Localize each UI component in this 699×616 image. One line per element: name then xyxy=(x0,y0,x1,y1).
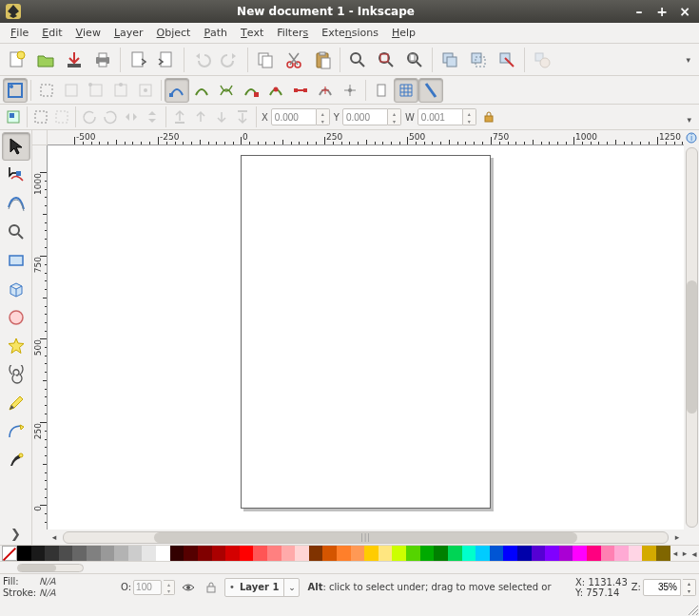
color-swatch[interactable] xyxy=(142,546,156,561)
open-document-button[interactable] xyxy=(31,46,60,74)
window-close-button[interactable]: × xyxy=(678,5,691,18)
rotate-cw-button[interactable] xyxy=(100,106,121,127)
toolbox-more-button[interactable]: ❯ xyxy=(7,523,25,545)
paste-button[interactable] xyxy=(308,46,337,74)
layer-visibility-toggle[interactable] xyxy=(179,578,198,597)
node-tool[interactable] xyxy=(2,161,30,189)
color-swatch[interactable] xyxy=(573,546,587,561)
drawing-canvas[interactable] xyxy=(48,145,684,529)
color-swatch[interactable] xyxy=(656,546,670,561)
color-swatch[interactable] xyxy=(503,546,517,561)
snap-enable-button[interactable] xyxy=(3,78,28,103)
snap-bbox-center-button[interactable] xyxy=(133,78,158,103)
tool-controls-overflow[interactable]: ▾ xyxy=(681,109,697,130)
zoom-drawing-button[interactable] xyxy=(372,46,400,74)
color-swatch[interactable] xyxy=(253,546,267,561)
copy-button[interactable] xyxy=(251,46,280,74)
lower-button[interactable] xyxy=(211,106,232,127)
rectangle-tool[interactable] xyxy=(2,246,30,275)
color-swatch[interactable] xyxy=(267,546,282,561)
vertical-ruler[interactable]: 10007505002500 xyxy=(32,145,48,529)
deselect-button[interactable] xyxy=(51,106,72,127)
palette-scroll-left[interactable]: ◂ xyxy=(670,549,680,558)
save-document-button[interactable] xyxy=(60,46,88,74)
color-swatch[interactable] xyxy=(406,546,420,561)
palette-menu-button[interactable]: ◂ xyxy=(689,549,699,559)
clone-button[interactable] xyxy=(464,46,493,74)
color-swatch[interactable] xyxy=(476,546,490,561)
color-swatch[interactable] xyxy=(434,546,448,561)
color-swatch[interactable] xyxy=(642,546,656,561)
color-swatch[interactable] xyxy=(184,546,198,561)
select-all-layers-button[interactable] xyxy=(3,106,24,127)
stroke-value[interactable]: N/A xyxy=(39,587,56,599)
snap-bbox-midpoint-button[interactable] xyxy=(108,78,133,103)
snap-line-midpoint-button[interactable] xyxy=(288,78,313,103)
lock-width-height-button[interactable] xyxy=(478,106,499,127)
redo-button[interactable] xyxy=(216,46,244,74)
scroll-left-button[interactable]: ◂ xyxy=(48,530,61,544)
color-swatch[interactable] xyxy=(17,546,31,561)
horizontal-ruler[interactable]: -500-250025050075010001250 xyxy=(48,130,684,145)
color-swatch[interactable] xyxy=(101,546,115,561)
commands-toolbar-overflow[interactable]: ▾ xyxy=(680,49,696,70)
unlink-clone-button[interactable] xyxy=(493,46,521,74)
opacity-control[interactable]: O: ▴▾ xyxy=(121,580,175,595)
color-swatch[interactable] xyxy=(198,546,212,561)
zoom-page-button[interactable] xyxy=(400,46,429,74)
group-button[interactable] xyxy=(528,46,556,74)
color-swatch[interactable] xyxy=(322,546,337,561)
layer-dropdown-arrow[interactable]: ⌄ xyxy=(283,579,299,596)
color-swatch[interactable] xyxy=(629,546,643,561)
palette-scrollbar[interactable] xyxy=(17,564,84,572)
bezier-tool[interactable] xyxy=(2,417,30,446)
color-swatch[interactable] xyxy=(587,546,601,561)
color-swatch[interactable] xyxy=(517,546,532,561)
flip-horizontal-button[interactable] xyxy=(121,106,142,127)
menu-edit[interactable]: Edit xyxy=(35,25,68,41)
vertical-scrollbar[interactable] xyxy=(686,147,698,528)
color-swatch[interactable] xyxy=(490,546,504,561)
ellipse-tool[interactable] xyxy=(2,303,30,332)
menu-view[interactable]: View xyxy=(69,25,107,41)
pencil-tool[interactable] xyxy=(2,389,30,417)
rotate-ccw-button[interactable] xyxy=(79,106,100,127)
zoom-control[interactable]: Z: ▴▾ xyxy=(631,579,696,596)
snap-smooth-button[interactable] xyxy=(263,78,288,103)
menu-file[interactable]: File xyxy=(4,25,35,41)
snap-bbox-corner-button[interactable] xyxy=(84,78,108,103)
print-button[interactable] xyxy=(88,46,117,74)
color-swatch[interactable] xyxy=(45,546,59,561)
lower-bottom-button[interactable] xyxy=(232,106,253,127)
menu-layer[interactable]: Layer xyxy=(107,25,150,41)
scroll-right-button[interactable]: ▸ xyxy=(670,530,684,544)
color-swatch[interactable] xyxy=(282,546,296,561)
snap-rotation-center-button[interactable] xyxy=(338,78,362,103)
import-button[interactable] xyxy=(124,46,152,74)
color-swatch[interactable] xyxy=(72,546,87,561)
undo-button[interactable] xyxy=(187,46,216,74)
guide-lock-button[interactable]: i xyxy=(684,130,699,145)
color-swatch[interactable] xyxy=(364,546,379,561)
snap-nodes-button[interactable] xyxy=(165,78,189,103)
snap-grid-button[interactable] xyxy=(394,78,418,103)
no-color-swatch[interactable] xyxy=(2,546,17,561)
snap-path-intersect-button[interactable] xyxy=(214,78,239,103)
snap-bbox-button[interactable] xyxy=(34,78,59,103)
color-swatch[interactable] xyxy=(532,546,546,561)
3dbox-tool[interactable] xyxy=(2,275,30,303)
menu-object[interactable]: Object xyxy=(150,25,198,41)
tweak-tool[interactable] xyxy=(2,189,30,218)
color-swatch[interactable] xyxy=(87,546,101,561)
zoom-tool[interactable] xyxy=(2,218,30,246)
snap-path-button[interactable] xyxy=(189,78,214,103)
color-swatch[interactable] xyxy=(309,546,323,561)
raise-top-button[interactable] xyxy=(169,106,190,127)
selector-tool[interactable] xyxy=(2,132,30,161)
color-swatch[interactable] xyxy=(170,546,184,561)
width-input[interactable]: W ▴▾ xyxy=(405,108,476,125)
window-maximize-button[interactable]: + xyxy=(655,5,669,18)
color-swatch[interactable] xyxy=(379,546,393,561)
color-swatch[interactable] xyxy=(559,546,573,561)
color-swatch[interactable] xyxy=(225,546,240,561)
